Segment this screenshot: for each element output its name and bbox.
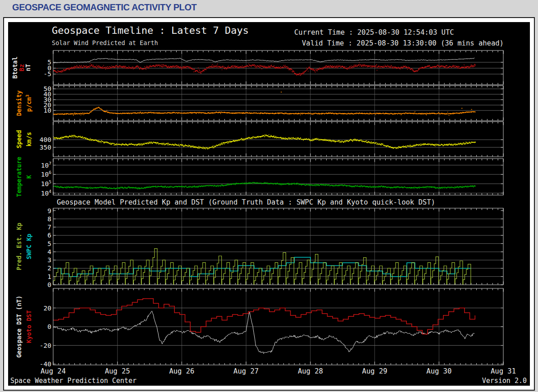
y-tick-label: 5 [47, 240, 51, 247]
plot-footer: Space Weather Prediction Center Version … [10, 377, 527, 385]
panel-axis-label: Temperature [15, 157, 23, 197]
panel-axis-label: K [25, 175, 32, 179]
panel-dst: 200-20-40Geospace DST (nT)Kyoto DST [15, 288, 503, 368]
y-tick-label: 20 [44, 305, 51, 312]
series-pred-est-kp [53, 249, 471, 285]
panel-axis-label: Geospace DST (nT) [15, 296, 23, 358]
y-axis-ticks [54, 165, 503, 193]
y-tick-label: -40 [40, 360, 51, 368]
tick-comb-top [53, 51, 503, 54]
y-tick-label: 4 [47, 248, 51, 255]
tick-comb-top [53, 86, 503, 89]
footer-credit: Space Weather Prediction Center [10, 377, 137, 385]
y-tick-label: 8 [47, 215, 51, 223]
y-tick-label: 9 [47, 207, 51, 214]
series-temperature [53, 182, 476, 189]
tick-comb-bottom [53, 118, 503, 121]
tick-comb-top [53, 122, 503, 125]
tick-comb-top [53, 209, 503, 212]
x-tick-label: Aug 26 [169, 367, 194, 375]
chart-svg: 50-5BtotalBznT5040302010Densityp/cm34003… [8, 22, 530, 386]
y-tick-label: 6 [47, 232, 51, 239]
tick-comb-bottom [53, 362, 503, 365]
y-tick-label: 104 [41, 189, 51, 197]
panel-axis-label: Kyoto DST [25, 310, 32, 343]
x-tick-label: Aug 27 [233, 367, 259, 375]
y-tick-label: 107 [41, 161, 51, 169]
panel-solar-wind-density: 5040302010Densityp/cm3 [15, 85, 503, 121]
plot-canvas: Geospace Timeline : Latest 7 Days Curren… [8, 22, 530, 386]
y-tick-label: 0 [47, 323, 51, 330]
series-bz [53, 63, 476, 76]
panel-axis-label: SWPC Kp [25, 234, 32, 260]
y-tick-label: 105 [41, 179, 51, 187]
page-title: GEOSPACE GEOMAGNETIC ACTIVITY PLOT [12, 2, 196, 13]
panel-axis-label: Speed [15, 130, 23, 149]
panel-axis-label: nT [24, 64, 32, 71]
y-axis-ticks [54, 140, 503, 147]
page: GEOSPACE GEOMAGNETIC ACTIVITY PLOT Geosp… [0, 0, 538, 392]
y-tick-label: 10 [44, 107, 51, 114]
y-tick-label: -20 [40, 342, 51, 349]
x-tick-label: Aug 30 [426, 367, 451, 375]
panel-kp: 9876543210Pred. Est. KpSWPC Kp [15, 207, 503, 289]
panel-axis-label: p/cm3 [25, 95, 32, 112]
page-header: GEOSPACE GEOMAGNETIC ACTIVITY PLOT [0, 0, 538, 16]
tick-comb-bottom [53, 154, 503, 157]
x-tick-label: Aug 29 [362, 367, 388, 375]
panel-axis-label: Btotal [11, 57, 18, 79]
y-tick-label: 7 [47, 223, 51, 231]
series-density [53, 92, 476, 115]
y-tick-label: 1 [47, 273, 51, 280]
panel-frame [53, 86, 503, 121]
tick-comb-bottom [53, 82, 503, 85]
x-tick-label: Aug 25 [105, 367, 130, 375]
panel-axis-label: Pred. Est. Kp [15, 223, 23, 270]
y-tick-label: -5 [44, 70, 51, 77]
y-axis-ticks [54, 308, 503, 364]
panel-solar-wind-imf: 50-5BtotalBznT [11, 50, 503, 85]
plot-panel: Geospace Timeline : Latest 7 Days Curren… [3, 17, 535, 391]
tick-comb-top [53, 289, 503, 292]
y-tick-label: 2 [47, 264, 51, 272]
tick-comb-top [53, 159, 503, 162]
x-tick-label: Aug 31 [491, 367, 516, 375]
series-speed [53, 135, 476, 149]
x-tick-label: Aug 28 [298, 367, 323, 375]
y-tick-label: 106 [41, 170, 51, 178]
y-tick-label: 0 [47, 281, 51, 288]
y-tick-label: 350 [40, 144, 51, 151]
panel-frame [53, 122, 503, 157]
panel-frame [53, 159, 503, 195]
series-geospace-dst [53, 311, 474, 354]
panel-solar-wind-temperature: 107106105104TemperatureK [15, 157, 503, 197]
panel-solar-wind-speed: 400350Speedkm/s [15, 122, 503, 157]
panel-axis-label: km/s [25, 132, 32, 147]
footer-version: Version 2.0 [482, 377, 527, 385]
panel-axis-label: Density [15, 91, 23, 116]
y-tick-label: 3 [47, 256, 51, 264]
y-tick-label: 400 [40, 136, 51, 143]
series-kyoto-dst [53, 299, 475, 334]
x-tick-label: Aug 24 [41, 367, 66, 375]
